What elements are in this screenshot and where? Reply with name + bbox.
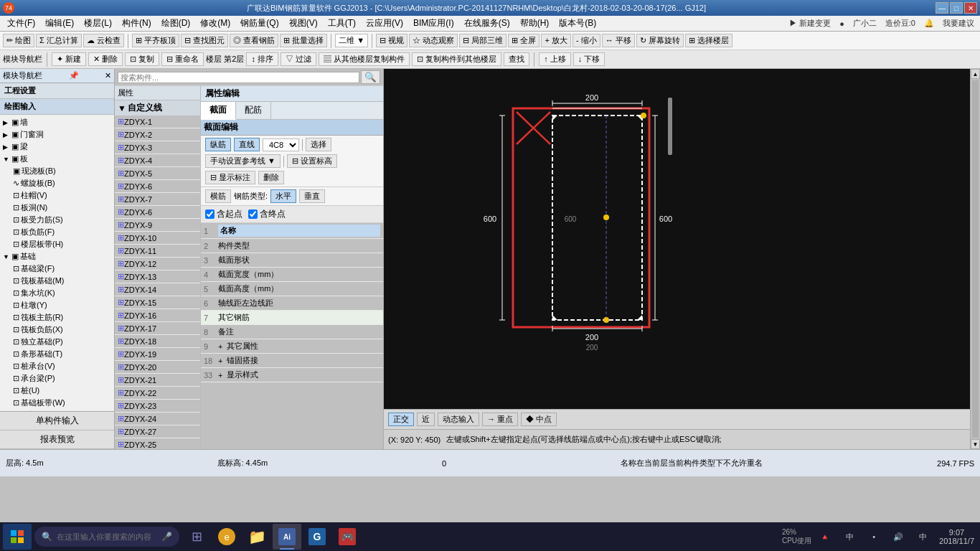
taskbar-app-game[interactable]: 🎮	[333, 524, 362, 550]
list-item[interactable]: ⊞ZDYX-13	[115, 270, 200, 283]
prop-row-6[interactable]: 6 轴线距左边线距	[201, 296, 383, 311]
menu-draw[interactable]: 绘图(D)	[157, 16, 195, 31]
maximize-button[interactable]: □	[950, 2, 963, 14]
tree-item-raft-neg[interactable]: ⊡筏板负筋(X)	[11, 324, 113, 336]
tab-rebar[interactable]: 配筋	[236, 102, 271, 119]
tree-item-floor-band[interactable]: ⊡ 楼层板带(H)	[11, 238, 113, 250]
tree-item-found-band[interactable]: ⊡基础板带(W)	[11, 397, 113, 409]
find-element-button[interactable]: ⊟ 查找图元	[181, 34, 228, 47]
prop-row-8[interactable]: 8 备注	[201, 325, 383, 339]
down-button[interactable]: ↓ 下移	[573, 52, 606, 66]
search-button[interactable]: 🔍	[361, 70, 380, 84]
near-btn[interactable]: 近	[417, 413, 435, 426]
list-item[interactable]: ⊞ZDYX-2	[115, 128, 200, 141]
taskbar-icon-dot[interactable]: •	[863, 527, 885, 547]
tree-item-beam[interactable]: ▶ ▣ 梁	[1, 141, 113, 153]
taskbar-app-g[interactable]: G	[303, 524, 331, 550]
menu-floor[interactable]: 楼层(L)	[80, 16, 116, 31]
view-rebar-button[interactable]: ◎ 查看钢筋	[230, 34, 278, 47]
list-item[interactable]: ⊞ZDYX-6	[115, 180, 200, 193]
cost-bean[interactable]: 造价豆:0	[882, 17, 918, 29]
set-height-btn[interactable]: ⊟ 设置标高	[287, 154, 337, 168]
list-item[interactable]: ⊞ZDYX-22	[115, 387, 200, 400]
end-point-checkbox-group[interactable]: 含终点	[248, 208, 286, 220]
list-item[interactable]: ⊞ZDYX-10	[115, 232, 200, 245]
list-item[interactable]: ⊞ZDYX-3	[115, 141, 200, 154]
list-item[interactable]: ⊞ZDYX-16	[115, 309, 200, 322]
tree-item-column-pier[interactable]: ⊡柱墩(Y)	[11, 299, 113, 311]
menu-modify[interactable]: 修改(M)	[196, 16, 235, 31]
menu-help[interactable]: 帮助(H)	[516, 16, 554, 31]
menu-tools[interactable]: 工具(T)	[324, 16, 360, 31]
panel-close-icon[interactable]: ✕	[105, 71, 111, 80]
list-item[interactable]: ⊞ZDYX-6	[115, 206, 200, 219]
filter-button[interactable]: ▽ 过滤	[281, 52, 316, 66]
minimize-button[interactable]: —	[936, 2, 948, 14]
end-point-checkbox[interactable]	[248, 209, 258, 219]
up-button[interactable]: ↑ 上移	[539, 52, 571, 66]
tree-item-strip-found[interactable]: ⊡条形基础(T)	[11, 348, 113, 360]
list-item[interactable]: ⊞ZDYX-4	[115, 154, 200, 167]
new-change-btn[interactable]: ▶ 新建变更	[786, 17, 834, 29]
list-item[interactable]: ⊞ZDYX-15	[115, 296, 200, 309]
tree-item-found-beam[interactable]: ⊡基础梁(F)	[11, 263, 113, 275]
drawing-input[interactable]: 绘图输入	[0, 99, 114, 115]
door-toggle[interactable]: ▶	[3, 131, 10, 138]
dynamic-view-button[interactable]: ☆ 动态观察	[409, 34, 458, 47]
dynamic-input-btn[interactable]: 动态输入	[438, 413, 479, 426]
menu-cloud[interactable]: 云应用(V)	[362, 16, 407, 31]
select-btn[interactable]: 选择	[306, 138, 331, 151]
select-floor-button[interactable]: ⊞ 选择楼层	[685, 34, 732, 47]
rotate-button[interactable]: ↻ 屏幕旋转	[636, 34, 684, 47]
list-item[interactable]: ⊞ZDYX-25	[115, 438, 200, 449]
single-component-btn[interactable]: 单构件输入	[0, 412, 114, 430]
taskbar-app-edge[interactable]: e	[212, 524, 241, 550]
taskbar-datetime[interactable]: 9:07 2018/11/7	[936, 528, 977, 545]
taskbar-icon-ime[interactable]: 中	[912, 527, 933, 547]
taskbar-app-gjj[interactable]: Ai	[273, 524, 301, 550]
prop-row-3[interactable]: 3 截面形状	[201, 253, 383, 268]
list-item[interactable]: ⊞ZDYX-20	[115, 361, 200, 374]
horiz-rebar-btn[interactable]: 横筋	[205, 189, 231, 203]
rename-layer-button[interactable]: ⊟ 重命名	[161, 52, 204, 66]
show-mark-btn[interactable]: ⊟ 显示标注	[205, 171, 255, 184]
find-button[interactable]: 查找	[504, 52, 529, 66]
pan-button[interactable]: ↔ 平移	[602, 34, 635, 47]
line-type-btn[interactable]: 直线	[234, 138, 260, 151]
tree-item-pile[interactable]: ⊡桩(U)	[11, 385, 113, 397]
copy-to-button[interactable]: ⊡ 复制构件到其他楼层	[412, 52, 501, 66]
prop-row-5[interactable]: 5 截面高度（mm）	[201, 282, 383, 296]
close-button[interactable]: ✕	[964, 2, 977, 14]
menu-online[interactable]: 在线服务(S)	[460, 16, 514, 31]
scroll-thumb[interactable]	[972, 80, 979, 438]
delete-section-btn[interactable]: 删除	[258, 171, 284, 184]
partial-3d-button[interactable]: ⊟ 局部三维	[459, 34, 507, 47]
batch-select-button[interactable]: ⊞ 批量选择	[280, 34, 327, 47]
prop-row-9[interactable]: 9 + 其它属性	[201, 339, 383, 354]
view-rules-button[interactable]: ⊟ 视规	[376, 34, 407, 47]
menu-edit[interactable]: 编辑(E)	[41, 16, 78, 31]
tree-item-slab[interactable]: ▼ ▣ 板	[1, 153, 113, 165]
tree-item-column-cap[interactable]: ⊡ 柱帽(V)	[11, 189, 113, 202]
list-item[interactable]: ⊞ZDYX-5	[115, 167, 200, 180]
menu-rebar-qty[interactable]: 钢筋量(Q)	[236, 16, 283, 31]
start-point-checkbox-group[interactable]: 含起点	[205, 208, 242, 220]
tree-item-spiral-slab[interactable]: ∿ 螺旋板(B)	[11, 177, 113, 189]
sort-button[interactable]: ↕ 排序	[246, 52, 278, 66]
tree-item-cap-beam[interactable]: ⊡承台梁(P)	[11, 372, 113, 385]
tree-item-cast-slab[interactable]: ▣ 现浇板(B)	[11, 165, 113, 177]
fullscreen-button[interactable]: ⊞ 全屏	[508, 34, 540, 47]
taskbar-icon-up[interactable]: 🔺	[814, 527, 836, 547]
list-item[interactable]: ⊞ZDYX-7	[115, 193, 200, 206]
prop-group-custom-line[interactable]: ▼ 自定义线	[115, 100, 200, 116]
tree-item-foundation[interactable]: ▼ ▣ 基础	[1, 250, 113, 263]
search-input[interactable]	[118, 72, 359, 83]
list-item[interactable]: ⊞ZDYX-24	[115, 413, 200, 425]
beam-toggle[interactable]: ▶	[3, 143, 10, 151]
list-item[interactable]: ⊞ZDYX-19	[115, 348, 200, 361]
tree-item-raft-rebar[interactable]: ⊡筏板主筋(R)	[11, 311, 113, 324]
prop-row-4[interactable]: 4 截面宽度（mm）	[201, 268, 383, 282]
new-layer-button[interactable]: ✦ 新建	[52, 52, 86, 66]
panel-pin-icon[interactable]: 📌	[69, 71, 79, 80]
prop-row-18[interactable]: 18 + 锚固搭接	[201, 354, 383, 368]
